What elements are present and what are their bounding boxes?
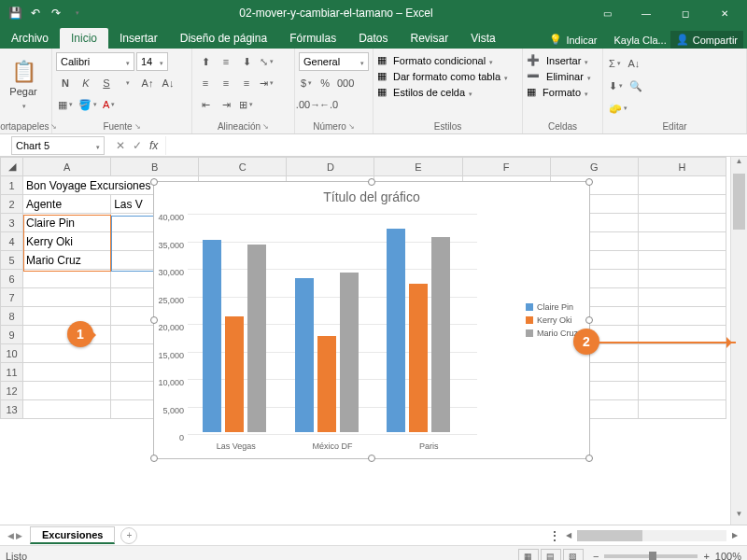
row-header[interactable]: 7: [1, 288, 23, 307]
row-header[interactable]: 2: [1, 195, 23, 214]
font-size-select[interactable]: 14: [136, 52, 168, 71]
format-cells-button[interactable]: ▦ Formato: [527, 86, 591, 98]
col-header[interactable]: F: [462, 158, 550, 176]
find-icon[interactable]: 🔍: [627, 77, 645, 95]
chart-plot-area[interactable]: [188, 214, 477, 432]
scroll-thumb[interactable]: [733, 174, 745, 230]
format-table-button[interactable]: ▦ Dar formato como tabla: [377, 70, 508, 82]
wrap-merge-icon[interactable]: ⇥: [258, 74, 275, 92]
align-center-icon[interactable]: ≡: [217, 74, 235, 92]
view-normal-icon[interactable]: ▦: [518, 549, 539, 561]
font-dialog-icon[interactable]: ↘: [134, 122, 141, 131]
row-header[interactable]: 13: [1, 400, 23, 419]
sort-icon[interactable]: A↓: [625, 54, 643, 73]
align-left-icon[interactable]: ≡: [196, 74, 215, 92]
cancel-formula-icon[interactable]: ✕: [116, 139, 125, 152]
bold-button[interactable]: N: [56, 74, 75, 92]
tab-insertar[interactable]: Insertar: [108, 28, 169, 49]
align-bottom-icon[interactable]: ⬇: [237, 52, 256, 71]
clear-icon[interactable]: 🧽: [607, 99, 629, 118]
col-header[interactable]: C: [199, 158, 287, 176]
formula-input[interactable]: [165, 136, 747, 155]
col-header[interactable]: D: [287, 158, 374, 176]
number-dialog-icon[interactable]: ↘: [348, 122, 355, 131]
font-color-button[interactable]: A: [101, 95, 117, 114]
tab-datos[interactable]: Datos: [347, 28, 399, 49]
scroll-right-icon[interactable]: ▶: [728, 531, 741, 539]
chart-bar[interactable]: [340, 273, 359, 432]
insert-cells-button[interactable]: ➕ Insertar: [527, 54, 591, 66]
cell[interactable]: Agente: [23, 195, 111, 214]
alignment-dialog-icon[interactable]: ↘: [262, 122, 269, 131]
row-header[interactable]: 11: [1, 363, 23, 382]
tab-revisar[interactable]: Revisar: [400, 28, 460, 49]
chart-legend[interactable]: Claire PinKerry OkiMario Cruz: [526, 299, 578, 342]
row-header[interactable]: 1: [1, 176, 23, 195]
scroll-down-icon[interactable]: ▼: [731, 510, 747, 525]
delete-cells-button[interactable]: ➖ Eliminar: [527, 70, 591, 82]
hscroll-thumb[interactable]: [577, 530, 642, 541]
undo-icon[interactable]: ↶: [28, 6, 43, 21]
enter-formula-icon[interactable]: ✓: [133, 139, 142, 152]
redo-icon[interactable]: ↷: [49, 6, 63, 21]
cell-styles-button[interactable]: ▦ Estilos de celda: [377, 86, 508, 98]
resize-handle-b[interactable]: [368, 455, 375, 462]
cell[interactable]: Claire Pin: [23, 214, 111, 232]
autosum-icon[interactable]: Σ: [607, 54, 623, 73]
increase-decimal-icon[interactable]: .00→: [299, 95, 317, 114]
tab-nav-next-icon[interactable]: ▶: [16, 531, 22, 540]
merge-button[interactable]: ⊞: [237, 95, 255, 114]
legend-item[interactable]: Kerry Oki: [526, 315, 578, 325]
increase-font-icon[interactable]: A↑: [138, 74, 157, 92]
cell[interactable]: Mario Cruz: [23, 251, 111, 270]
zoom-level[interactable]: 100%: [715, 551, 741, 561]
chart-bar[interactable]: [295, 278, 314, 432]
decrease-decimal-icon[interactable]: ←.0: [319, 95, 338, 114]
tab-archivo[interactable]: Archivo: [0, 28, 60, 49]
legend-item[interactable]: Mario Cruz: [526, 329, 578, 338]
chart-bar[interactable]: [247, 245, 266, 432]
scroll-left-icon[interactable]: ◀: [562, 531, 575, 539]
row-header[interactable]: 4: [1, 232, 23, 251]
decrease-font-icon[interactable]: A↓: [159, 74, 177, 92]
row-header[interactable]: 12: [1, 382, 23, 400]
decrease-indent-icon[interactable]: ⇤: [196, 95, 215, 114]
resize-handle-r[interactable]: [585, 316, 593, 324]
chart-object[interactable]: Título del gráfico 05,00010,00015,00020,…: [153, 181, 590, 459]
align-middle-icon[interactable]: ≡: [217, 52, 235, 71]
row-header[interactable]: 3: [1, 214, 23, 232]
zoom-slider[interactable]: [604, 554, 698, 558]
maximize-icon[interactable]: ◻: [667, 2, 704, 24]
col-header[interactable]: B: [111, 158, 199, 176]
chart-title[interactable]: Título del gráfico: [154, 182, 589, 208]
row-header[interactable]: 6: [1, 270, 23, 288]
tab-diseno[interactable]: Diseño de página: [169, 28, 278, 49]
underline-button[interactable]: S: [97, 74, 116, 92]
font-name-select[interactable]: Calibri: [56, 52, 134, 71]
cell[interactable]: Kerry Oki: [23, 232, 111, 251]
tab-formulas[interactable]: Fórmulas: [278, 28, 347, 49]
legend-item[interactable]: Claire Pin: [526, 302, 578, 312]
chart-bar[interactable]: [317, 336, 336, 432]
increase-indent-icon[interactable]: ⇥: [217, 95, 235, 114]
align-top-icon[interactable]: ⬆: [196, 52, 215, 71]
fill-color-button[interactable]: 🪣: [77, 95, 99, 114]
minimize-icon[interactable]: —: [627, 2, 665, 24]
orientation-icon[interactable]: ⤡: [258, 52, 275, 71]
tell-me-label[interactable]: Indicar: [566, 35, 597, 46]
resize-handle-bl[interactable]: [150, 455, 158, 462]
fill-icon[interactable]: ⬇: [607, 77, 625, 95]
chart-bar[interactable]: [387, 229, 405, 432]
chart-bar[interactable]: [409, 284, 428, 432]
fx-icon[interactable]: fx: [149, 139, 158, 152]
hsplit-icon[interactable]: ⋮: [549, 529, 560, 542]
worksheet-grid[interactable]: ◢ A B C D E F G H 1Bon Voyage Excursione…: [0, 157, 730, 525]
italic-button[interactable]: K: [77, 74, 95, 92]
number-format-select[interactable]: General: [299, 52, 369, 71]
resize-handle-tl[interactable]: [150, 178, 158, 186]
close-icon[interactable]: ✕: [706, 2, 743, 24]
save-icon[interactable]: 💾: [7, 6, 22, 21]
zoom-out-button[interactable]: −: [593, 551, 599, 561]
col-header[interactable]: G: [550, 158, 638, 176]
resize-handle-br[interactable]: [585, 455, 593, 462]
